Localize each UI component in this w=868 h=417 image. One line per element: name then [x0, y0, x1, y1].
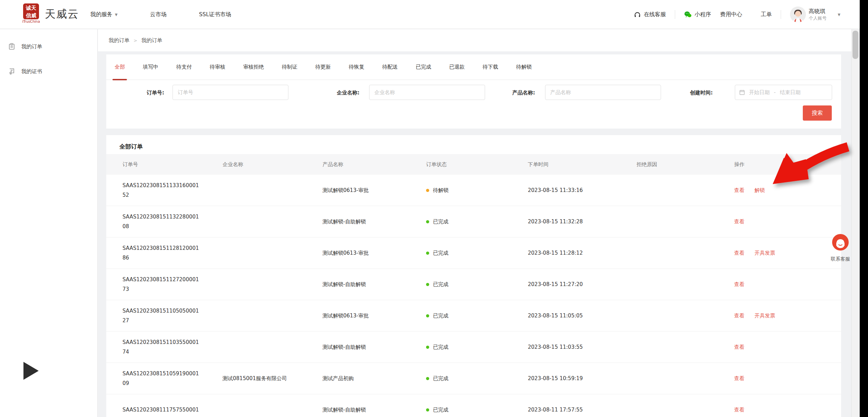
table-row: SAAS1202308151103550001 74 测试解锁-自助解锁 已完成… — [106, 332, 841, 363]
view-link[interactable]: 查看 — [734, 407, 744, 413]
scrollbar-thumb[interactable] — [852, 31, 858, 59]
table-row: SAAS1202308151132280001 08 测试解锁-自助解锁 已完成… — [106, 206, 841, 237]
order-number-line: SAAS1202308151132280001 — [122, 212, 223, 222]
user-menu[interactable]: 高晓琪 个人账号 ▼ — [790, 7, 840, 22]
calendar-icon — [739, 90, 745, 95]
col-order-no: 订单号 — [122, 161, 223, 168]
sidebar: 我的订单 我的证书 — [0, 29, 98, 417]
tab-all[interactable]: 全部 — [115, 54, 125, 80]
logo-line1: 诚天 — [23, 4, 39, 12]
actions-cell: 查看 开具发票 — [734, 313, 841, 319]
time-cell: 2023-08-15 11:27:20 — [528, 281, 637, 287]
order-number-line: SAAS1202308151128120001 — [122, 243, 223, 253]
company-input[interactable] — [369, 85, 485, 100]
customer-service-icon — [830, 233, 850, 253]
tab-review-rejected[interactable]: 审核拒绝 — [243, 54, 264, 80]
order-number-line: SAAS1202308151105050001 — [122, 306, 223, 316]
status-label: 已完成 — [433, 313, 448, 319]
breadcrumb-current: 我的订单 — [141, 37, 162, 44]
page-scrollbar[interactable] — [851, 29, 859, 417]
product-input[interactable] — [545, 85, 661, 100]
order-number-cell: SAAS1202308151059190001 09 — [122, 369, 223, 388]
breadcrumb-root[interactable]: 我的订单 — [109, 37, 129, 44]
orders-card: 全部订单 订单号 企业名称 产品名称 订单状态 下单时间 拒绝原因 操作 SAA… — [106, 135, 841, 417]
order-number-line: 52 — [122, 190, 223, 200]
contact-service-widget[interactable]: 联系客服 — [829, 233, 852, 262]
status-dot — [426, 220, 429, 223]
search-button[interactable]: 搜索 — [803, 105, 832, 121]
tab-refunded[interactable]: 已退款 — [449, 54, 465, 80]
status-cell: 已完成 — [426, 281, 528, 288]
logo-line2: 信威 — [23, 12, 39, 19]
status-label: 已完成 — [433, 218, 448, 225]
status-cell: 待解锁 — [426, 187, 528, 194]
nav-cloud-market[interactable]: 云市场 — [150, 11, 167, 18]
tab-pending-download[interactable]: 待下载 — [483, 54, 498, 80]
order-number-line: 86 — [122, 253, 223, 263]
order-number-line: SAAS1202308151127200001 — [122, 275, 223, 284]
sidebar-item-my-certificates[interactable]: 我的证书 — [0, 62, 97, 81]
online-service[interactable]: 在线客服 — [634, 11, 666, 18]
order-number-line: 27 — [122, 316, 223, 325]
view-link[interactable]: 查看 — [734, 218, 744, 225]
date-range-picker[interactable]: 开始日期 - 结束日期 — [735, 85, 832, 100]
tab-pending-unlock[interactable]: 待解锁 — [516, 54, 532, 80]
order-number-cell: SAAS1202308151127200001 73 — [122, 275, 223, 294]
tab-pending-delivery[interactable]: 待配送 — [382, 54, 398, 80]
view-link[interactable]: 查看 — [734, 281, 744, 287]
billing-center[interactable]: 费用中心 — [720, 11, 742, 18]
col-company: 企业名称 — [223, 161, 323, 168]
nav-my-services[interactable]: 我的服务 ▼ — [90, 11, 118, 18]
wechat-icon — [684, 11, 692, 18]
nav-cloud-market-label: 云市场 — [150, 11, 167, 18]
unlock-link[interactable]: 解锁 — [754, 187, 765, 193]
invoice-link[interactable]: 开具发票 — [754, 250, 775, 256]
tab-completed[interactable]: 已完成 — [416, 54, 431, 80]
view-link[interactable]: 查看 — [734, 313, 744, 319]
table-row: SAAS1202308151127200001 73 测试解锁-自助解锁 已完成… — [106, 269, 841, 300]
order-number-line: 73 — [122, 284, 223, 294]
user-info: 高晓琪 个人账号 — [809, 8, 827, 21]
sidebar-item-my-orders[interactable]: 我的订单 — [0, 37, 97, 56]
actions-cell: 查看 — [734, 407, 841, 413]
order-number-cell: SAAS1202308151103550001 74 — [122, 337, 223, 357]
nav-ssl-market[interactable]: SSL证书市场 — [199, 11, 231, 18]
tab-pending-recovery[interactable]: 待恢复 — [349, 54, 364, 80]
online-service-label: 在线客服 — [644, 11, 666, 18]
time-cell: 2023-08-15 11:03:55 — [528, 344, 637, 350]
invoice-link[interactable]: 开具发票 — [754, 313, 775, 319]
view-link[interactable]: 查看 — [734, 187, 744, 193]
table-title: 全部订单 — [106, 135, 841, 151]
clipboard-icon — [8, 43, 15, 50]
top-header: 诚天 信威 iTrusChina 天威云 我的服务 ▼ 云市场 SSL证书市场 … — [0, 0, 868, 29]
brand-logo[interactable]: 诚天 信威 iTrusChina — [19, 3, 43, 23]
product-label: 产品名称: — [512, 90, 535, 96]
mini-program[interactable]: 小程序 — [684, 11, 711, 18]
tab-pending-update[interactable]: 待更新 — [315, 54, 331, 80]
view-link[interactable]: 查看 — [734, 250, 744, 256]
status-label: 已完成 — [433, 344, 448, 350]
tab-pending-review[interactable]: 待审核 — [210, 54, 225, 80]
product-cell: 测试解锁-自助解锁 — [323, 281, 426, 288]
work-order[interactable]: 工单 — [761, 11, 772, 18]
time-cell: 2023-08-15 11:33:16 — [528, 187, 637, 193]
order-no-input[interactable] — [172, 85, 288, 100]
tab-pending-issuance[interactable]: 待制证 — [282, 54, 297, 80]
status-cell: 已完成 — [426, 313, 528, 319]
tab-pending-payment[interactable]: 待支付 — [176, 54, 192, 80]
view-link[interactable]: 查看 — [734, 375, 744, 382]
user-chevron-down-icon: ▼ — [838, 13, 840, 17]
status-dot — [426, 346, 429, 349]
brand-name: 天威云 — [45, 7, 79, 21]
table-row: SAAS1202308151105050001 27 测试解锁0613-审批 已… — [106, 300, 841, 332]
status-cell: 已完成 — [426, 407, 528, 413]
tab-filling[interactable]: 填写中 — [143, 54, 158, 80]
order-number-cell: SAAS1202308111757550001 — [122, 405, 223, 415]
billing-center-label: 费用中心 — [720, 11, 742, 18]
actions-cell: 查看 开具发票 — [734, 250, 841, 256]
view-link[interactable]: 查看 — [734, 344, 744, 350]
date-end-placeholder: 结束日期 — [780, 89, 800, 96]
col-actions: 操作 — [734, 161, 841, 168]
sidebar-item-my-orders-label: 我的订单 — [21, 43, 42, 50]
order-number-cell: SAAS1202308151133160001 52 — [122, 181, 223, 200]
